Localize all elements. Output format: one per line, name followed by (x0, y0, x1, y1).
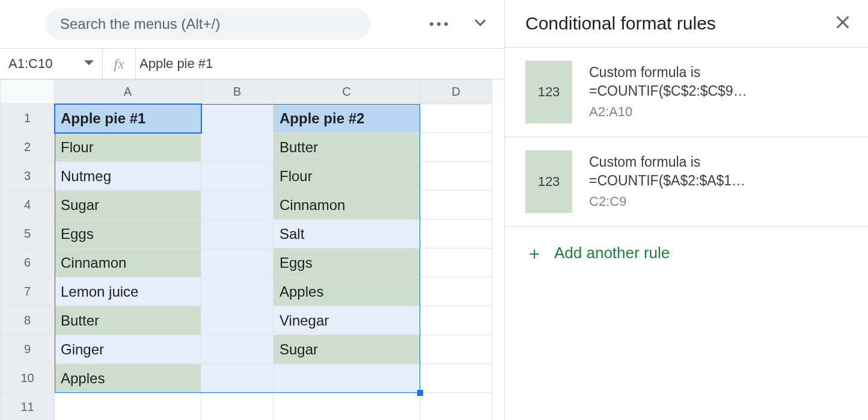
row-header-4[interactable]: 4 (1, 191, 55, 220)
rule-swatch: 123 (525, 150, 572, 213)
panel-title: Conditional format rules (525, 13, 716, 34)
cell-B6[interactable] (201, 249, 274, 277)
chevron-down-icon[interactable] (472, 14, 489, 34)
cell-C1[interactable]: Apple pie #2 (274, 104, 420, 133)
row-header-1[interactable]: 1 (1, 104, 55, 133)
row-header-10[interactable]: 10 (1, 364, 55, 393)
rule-range: C2:C9 (589, 194, 745, 209)
cell-B8[interactable] (201, 306, 274, 335)
cell-C4[interactable]: Cinnamon (274, 191, 420, 220)
cell-B11[interactable] (201, 393, 274, 421)
cell-D7[interactable] (420, 277, 492, 306)
cell-A10[interactable]: Apples (55, 364, 201, 393)
row-header-8[interactable]: 8 (1, 306, 55, 335)
row-header-7[interactable]: 7 (1, 277, 55, 306)
cell-B1[interactable] (201, 104, 274, 133)
cell-A9[interactable]: Ginger (55, 335, 201, 364)
name-box[interactable]: A1:C10 (0, 56, 102, 72)
select-all-corner[interactable] (1, 80, 55, 104)
menu-search-input[interactable]: Search the menus (Alt+/) (46, 8, 370, 40)
cell-D1[interactable] (420, 104, 492, 133)
format-rule-2[interactable]: 123 Custom formula is =COUNTIF($A$2:$A$1… (505, 137, 868, 227)
cell-C9[interactable]: Sugar (274, 335, 420, 364)
cell-A1[interactable]: Apple pie #1 (55, 104, 201, 133)
selection-handle[interactable] (417, 390, 423, 396)
toolbar: Search the menus (Alt+/) (0, 0, 504, 48)
cell-B3[interactable] (201, 162, 274, 191)
cell-C10[interactable] (274, 364, 420, 393)
row-header-5[interactable]: 5 (1, 220, 55, 249)
rule-type: Custom formula is (589, 154, 745, 170)
cell-A6[interactable]: Cinnamon (55, 249, 201, 277)
cell-D3[interactable] (420, 162, 492, 191)
cell-B5[interactable] (201, 220, 274, 249)
cell-A11[interactable] (55, 393, 201, 421)
rule-swatch: 123 (525, 61, 572, 123)
fx-icon: fx (103, 56, 135, 72)
cell-A5[interactable]: Eggs (55, 220, 201, 249)
spreadsheet-grid[interactable]: A B C D 1 Apple pie #1 Apple pie #2 2 Fl… (0, 79, 504, 420)
formula-bar: A1:C10 fx Apple pie #1 (0, 48, 504, 79)
close-icon[interactable] (834, 14, 851, 33)
cell-C5[interactable]: Salt (274, 220, 420, 249)
cell-B2[interactable] (201, 133, 274, 162)
cell-C7[interactable]: Apples (274, 277, 420, 306)
column-header-D[interactable]: D (420, 80, 492, 104)
cell-C11[interactable] (274, 393, 420, 421)
search-placeholder: Search the menus (Alt+/) (60, 16, 220, 32)
cell-A3[interactable]: Nutmeg (55, 162, 201, 191)
row-header-3[interactable]: 3 (1, 162, 55, 191)
add-rule-button[interactable]: ＋ Add another rule (505, 227, 868, 279)
cell-A4[interactable]: Sugar (55, 191, 201, 220)
row-header-6[interactable]: 6 (1, 249, 55, 277)
cell-A7[interactable]: Lemon juice (55, 277, 201, 306)
rule-formula: =COUNTIF($A$2:$A$1… (589, 173, 745, 189)
row-header-2[interactable]: 2 (1, 133, 55, 162)
row-header-9[interactable]: 9 (1, 335, 55, 364)
column-header-C[interactable]: C (274, 80, 420, 104)
cell-C3[interactable]: Flour (274, 162, 420, 191)
cell-A2[interactable]: Flour (55, 133, 201, 162)
cell-C6[interactable]: Eggs (274, 249, 420, 277)
formula-input[interactable]: Apple pie #1 (136, 56, 504, 72)
add-rule-label: Add another rule (554, 244, 670, 262)
cell-B7[interactable] (201, 277, 274, 306)
cell-C8[interactable]: Vinegar (274, 306, 420, 335)
row-header-11[interactable]: 11 (1, 393, 55, 421)
cell-D8[interactable] (420, 306, 492, 335)
caret-down-icon (84, 56, 94, 72)
format-rule-1[interactable]: 123 Custom formula is =COUNTIF($C$2:$C$9… (505, 48, 868, 137)
cell-D5[interactable] (420, 220, 492, 249)
more-icon[interactable] (430, 22, 448, 26)
cell-D2[interactable] (420, 133, 492, 162)
cell-D4[interactable] (420, 191, 492, 220)
cell-D10[interactable] (420, 364, 492, 393)
rule-range: A2:A10 (589, 104, 747, 120)
plus-icon: ＋ (525, 244, 543, 262)
rule-type: Custom formula is (589, 64, 747, 81)
column-header-B[interactable]: B (201, 80, 274, 104)
rule-formula: =COUNTIF($C$2:$C$9… (589, 83, 747, 99)
cell-D11[interactable] (420, 393, 492, 421)
name-box-value: A1:C10 (8, 56, 52, 72)
conditional-format-panel: Conditional format rules 123 Custom form… (505, 0, 868, 420)
cell-D9[interactable] (420, 335, 492, 364)
column-header-A[interactable]: A (55, 80, 201, 104)
cell-B4[interactable] (201, 191, 274, 220)
cell-C2[interactable]: Butter (274, 133, 420, 162)
cell-A8[interactable]: Butter (55, 306, 201, 335)
cell-B10[interactable] (201, 364, 274, 393)
cell-D6[interactable] (420, 249, 492, 277)
cell-B9[interactable] (201, 335, 274, 364)
